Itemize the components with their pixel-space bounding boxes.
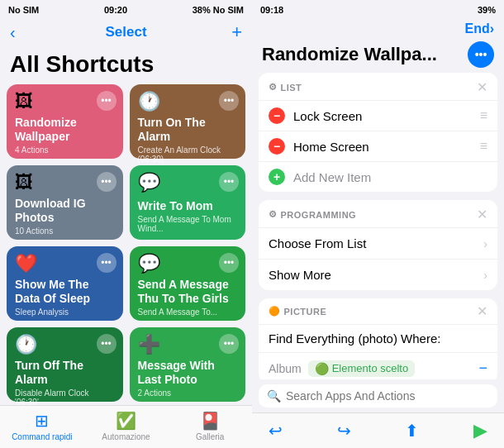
left-panel: No SIM 09:20 38% No SIM ‹ Select + All S… (0, 0, 252, 448)
programming-section-label: ⚙ PROGRAMMING (269, 209, 356, 220)
tab-gallery[interactable]: 🎴 Galleria (168, 411, 252, 441)
tab-command[interactable]: ⊞ Command rapidi (0, 411, 84, 441)
picture-icon: 🟠 (269, 306, 281, 317)
page-title-left: All Shortcuts (0, 48, 252, 84)
choose-from-list-row[interactable]: Choose From List › (259, 227, 497, 259)
right-content: ⚙ LIST ✕ − Lock Screen ≡ − Home Screen ≡… (252, 73, 504, 379)
card-title: Download IG Photos (15, 197, 115, 225)
remove-lock-screen-button[interactable]: − (269, 107, 285, 124)
picture-section-label: 🟠 PICTURE (269, 306, 326, 317)
picture-section: 🟠 PICTURE ✕ Find Everything (photo) Wher… (259, 298, 497, 379)
time-left: 09:20 (104, 5, 127, 15)
card-more-btn[interactable]: ••• (219, 91, 239, 111)
programming-section: ⚙ PROGRAMMING ✕ Choose From List › Show … (259, 200, 497, 290)
card-subtitle: 10 Actions (15, 226, 115, 236)
nav-title-left[interactable]: Select (35, 24, 217, 41)
shortcuts-grid: ••• 🖼 Randomize Wallpaper 4 Actions ••• … (0, 84, 252, 405)
list-section-header: ⚙ LIST ✕ (259, 73, 497, 100)
time-right: 09:18 (260, 5, 283, 15)
status-bar-right: 09:18 39% (252, 0, 504, 18)
remove-home-screen-button[interactable]: − (269, 138, 285, 155)
undo-button[interactable]: ↩ (269, 421, 283, 441)
add-button-left[interactable]: + (217, 21, 242, 43)
list-item[interactable]: ••• 🕐 Turn Off The Alarm Disable Alarm C… (7, 327, 123, 402)
find-row: Find Everything (photo) Where: (259, 324, 497, 352)
show-more-label: Show More (269, 268, 331, 282)
list-item[interactable]: ••• 💬 Write To Mom Send A Message To Mom… (130, 165, 246, 240)
card-more-btn[interactable]: ••• (219, 334, 239, 354)
list-item[interactable]: ••• ❤️ Show Me The Data Of Sleep Sleep A… (7, 246, 123, 321)
drag-handle-lock[interactable]: ≡ (480, 108, 487, 123)
list-item[interactable]: ••• 🖼 Download IG Photos 10 Actions (7, 165, 123, 240)
card-title: Show Me The Data Of Sleep (15, 278, 115, 306)
choose-from-list-label: Choose From List (269, 236, 366, 250)
play-button[interactable]: ▶ (473, 420, 487, 441)
status-bar-left: No SIM 09:20 38% No SIM (0, 0, 252, 18)
bottom-toolbar: ↩ ↪ ⬆ ▶ (252, 412, 504, 448)
card-subtitle: Sleep Analysis (15, 307, 115, 317)
card-title: Randomize Wallpaper (15, 116, 115, 144)
card-title: Send A Message Thu To The Girls (138, 278, 238, 306)
album-chip[interactable]: 🟢 Elemento scelto (308, 360, 416, 377)
programming-section-header: ⚙ PROGRAMMING ✕ (259, 200, 497, 227)
lock-screen-label: Lock Screen (293, 109, 472, 123)
programming-close-button[interactable]: ✕ (477, 207, 487, 222)
find-label: Find Everything (photo) Where: (269, 331, 440, 346)
list-section: ⚙ LIST ✕ − Lock Screen ≡ − Home Screen ≡… (259, 73, 497, 192)
tab-command-label: Command rapidi (12, 432, 72, 441)
list-item[interactable]: ••• 🕐 Turn On The Alarm Create An Alarm … (130, 84, 246, 159)
done-button[interactable]: End› (464, 21, 494, 36)
home-screen-row: − Home Screen ≡ (259, 131, 497, 161)
search-bar: 🔍 (259, 384, 497, 407)
tab-automation[interactable]: ✅ Automazione (84, 411, 169, 441)
nav-bar-right: End› (252, 18, 504, 40)
card-subtitle: Disable Alarm Clock '06:30' (15, 388, 115, 405)
search-icon: 🔍 (267, 389, 281, 403)
more-options-button[interactable]: ••• (468, 41, 494, 68)
shortcut-title: Randomize Wallpa... (262, 44, 437, 65)
album-minus-icon[interactable]: − (478, 360, 487, 377)
card-more-btn[interactable]: ••• (97, 172, 116, 192)
card-subtitle: Create An Alarm Clock (06:30) (138, 145, 238, 164)
picture-close-button[interactable]: ✕ (477, 303, 487, 319)
card-more-btn[interactable]: ••• (97, 91, 116, 111)
card-subtitle: 2 Actions (138, 388, 238, 398)
show-more-row[interactable]: Show More › (259, 259, 497, 290)
share-button[interactable]: ⬆ (405, 421, 419, 441)
list-close-button[interactable]: ✕ (477, 79, 487, 95)
command-icon: ⊞ (35, 411, 49, 431)
programming-gear-icon: ⚙ (269, 209, 278, 220)
picture-section-header: 🟠 PICTURE ✕ (259, 298, 497, 324)
card-subtitle: Send A Message To Mom Wind... (138, 215, 238, 233)
search-bar-row: 🔍 (252, 379, 504, 412)
chevron-right-icon: › (483, 237, 487, 250)
add-item-row[interactable]: + Add New Item (259, 161, 497, 192)
list-gear-icon: ⚙ (269, 82, 278, 93)
list-item[interactable]: ••• ➕ Message With Last Photo 2 Actions (130, 327, 246, 402)
add-item-button[interactable]: + (269, 169, 285, 185)
tab-gallery-label: Galleria (196, 432, 224, 441)
home-screen-label: Home Screen (293, 140, 472, 154)
lock-screen-row: − Lock Screen ≡ (259, 100, 497, 131)
card-more-btn[interactable]: ••• (219, 253, 239, 273)
list-item[interactable]: ••• 🖼 Randomize Wallpaper 4 Actions (7, 84, 123, 159)
card-title: Turn On The Alarm (138, 116, 238, 144)
drag-handle-home[interactable]: ≡ (480, 139, 487, 154)
nav-bar-left: ‹ Select + (0, 18, 252, 48)
card-more-btn[interactable]: ••• (97, 334, 116, 354)
album-icon: 🟢 (315, 362, 329, 375)
list-section-label: ⚙ LIST (269, 82, 302, 93)
album-row[interactable]: Album 🟢 Elemento scelto − (259, 352, 497, 379)
bottom-tabs: ⊞ Command rapidi ✅ Automazione 🎴 Galleri… (0, 405, 252, 448)
card-subtitle: Send A Message To... (138, 307, 238, 317)
redo-button[interactable]: ↪ (337, 421, 351, 441)
search-input[interactable] (286, 389, 489, 403)
carrier-left: No SIM (8, 5, 39, 15)
tab-automation-label: Automazione (102, 432, 150, 441)
back-button[interactable]: ‹ (10, 23, 35, 42)
list-item[interactable]: ••• 💬 Send A Message Thu To The Girls Se… (130, 246, 246, 321)
card-title: Message With Last Photo (138, 359, 238, 387)
gallery-icon: 🎴 (200, 411, 221, 431)
card-more-btn[interactable]: ••• (219, 172, 239, 192)
card-more-btn[interactable]: ••• (97, 253, 116, 273)
